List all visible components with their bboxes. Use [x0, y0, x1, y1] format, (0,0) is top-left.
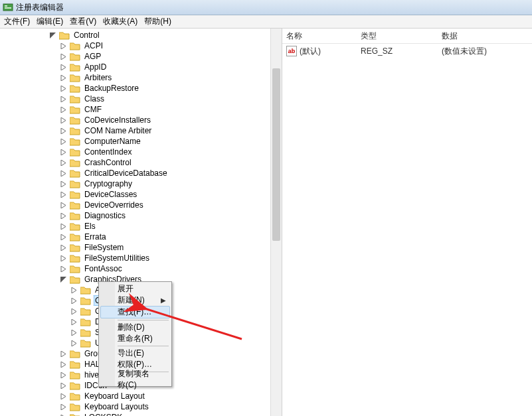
- tree-item[interactable]: FontAssoc: [0, 263, 169, 274]
- ctx-expand[interactable]: 展开: [100, 283, 170, 295]
- expand-toggle-icon[interactable]: [60, 382, 67, 389]
- tree-item[interactable]: Cryptography: [0, 178, 169, 189]
- expand-toggle-icon[interactable]: [60, 64, 67, 71]
- ctx-find[interactable]: 查找(F)…: [100, 306, 170, 318]
- expand-toggle-icon[interactable]: [60, 276, 67, 283]
- ctx-copy-key-name[interactable]: 复制项名称(C): [100, 374, 170, 385]
- expand-toggle-icon[interactable]: [60, 393, 67, 400]
- tree-item-label: CMF: [83, 105, 103, 114]
- tree-item[interactable]: Diagnostics: [0, 210, 169, 221]
- tree-item[interactable]: Els: [0, 221, 169, 232]
- expand-toggle-icon[interactable]: [70, 287, 78, 294]
- expand-toggle-icon[interactable]: [60, 149, 67, 156]
- expand-toggle-icon[interactable]: [60, 138, 67, 145]
- folder-icon: [70, 42, 80, 50]
- tree-item-label: Control: [72, 31, 101, 40]
- tree-item[interactable]: Keyboard Layout: [0, 391, 169, 401]
- expand-toggle-icon[interactable]: [70, 329, 78, 336]
- tree-item[interactable]: LOCKSDK: [0, 412, 169, 416]
- tree-item[interactable]: ComputerName: [0, 136, 169, 147]
- expand-toggle-icon[interactable]: [60, 350, 67, 358]
- expand-toggle-icon[interactable]: [60, 117, 67, 124]
- value-row[interactable]: ab (默认) REG_SZ (数值未设置): [282, 44, 532, 57]
- expand-toggle-icon[interactable]: [60, 223, 67, 230]
- tree-item-label: Errata: [83, 232, 108, 242]
- folder-icon: [70, 116, 80, 125]
- tree-item[interactable]: BackupRestore: [0, 83, 169, 94]
- tree-item[interactable]: Control: [0, 30, 169, 40]
- menu-edit[interactable]: 编辑(E): [37, 16, 63, 27]
- col-type[interactable]: 类型: [357, 31, 438, 42]
- tree-item[interactable]: CriticalDeviceDatabase: [0, 168, 169, 178]
- menu-favorites[interactable]: 收藏夹(A): [103, 16, 137, 27]
- tree-item[interactable]: COM Name Arbiter: [0, 125, 169, 136]
- tree-item[interactable]: Class: [0, 94, 169, 104]
- expand-toggle-icon[interactable]: [60, 127, 67, 135]
- folder-icon: [70, 190, 80, 199]
- expand-toggle-icon[interactable]: [60, 361, 67, 368]
- tree-item[interactable]: ACPI: [0, 40, 169, 51]
- expand-toggle-icon[interactable]: [60, 74, 67, 82]
- expand-toggle-icon[interactable]: [60, 244, 67, 251]
- expand-toggle-icon[interactable]: [70, 308, 78, 315]
- tree-item[interactable]: Errata: [0, 232, 169, 242]
- tree-item-label: Keyboard Layouts: [83, 402, 150, 411]
- expand-toggle-icon[interactable]: [60, 96, 67, 103]
- menu-file[interactable]: 文件(F): [4, 16, 30, 27]
- svg-rect-1: [5, 5, 7, 7]
- menubar: 文件(F) 编辑(E) 查看(V) 收藏夹(A) 帮助(H): [0, 15, 532, 29]
- expand-toggle-icon[interactable]: [60, 180, 67, 188]
- expand-toggle-icon[interactable]: [60, 212, 67, 220]
- scroll-thumb[interactable]: [272, 68, 280, 241]
- context-menu: 展开 新建(N)▶ 查找(F)… 删除(D) 重命名(R) 导出(E) 权限(P…: [98, 281, 172, 387]
- tree-item-label: ACPI: [83, 41, 104, 50]
- expand-toggle-icon[interactable]: [70, 318, 78, 326]
- expand-toggle-icon[interactable]: [60, 414, 67, 417]
- folder-icon: [70, 148, 80, 157]
- expand-toggle-icon[interactable]: [60, 191, 67, 198]
- tree-scrollbar[interactable]: [270, 29, 282, 416]
- tree-item[interactable]: Keyboard Layouts: [0, 401, 169, 412]
- expand-toggle-icon[interactable]: [60, 202, 67, 209]
- expand-toggle-icon[interactable]: [60, 106, 67, 113]
- ctx-new[interactable]: 新建(N)▶: [100, 295, 170, 306]
- menu-help[interactable]: 帮助(H): [144, 16, 171, 27]
- tree-item[interactable]: Arbiters: [0, 72, 169, 83]
- expand-toggle-icon[interactable]: [49, 32, 56, 39]
- tree-item[interactable]: DeviceOverrides: [0, 200, 169, 210]
- titlebar: 注册表编辑器: [0, 0, 532, 15]
- ctx-export[interactable]: 导出(E): [100, 348, 170, 359]
- expand-toggle-icon[interactable]: [60, 265, 67, 273]
- tree-item[interactable]: FileSystem: [0, 242, 169, 253]
- expand-toggle-icon[interactable]: [60, 234, 67, 241]
- tree-item[interactable]: AppID: [0, 62, 169, 72]
- tree-item[interactable]: FileSystemUtilities: [0, 253, 169, 263]
- tree-item[interactable]: CoDeviceInstallers: [0, 115, 169, 125]
- submenu-arrow-icon: ▶: [161, 297, 166, 304]
- expand-toggle-icon[interactable]: [60, 159, 67, 167]
- col-data[interactable]: 数据: [438, 31, 532, 42]
- expand-toggle-icon[interactable]: [60, 85, 67, 92]
- tree-item[interactable]: ContentIndex: [0, 147, 169, 157]
- expand-toggle-icon[interactable]: [60, 372, 67, 379]
- svg-rect-2: [5, 7, 11, 9]
- expand-toggle-icon[interactable]: [70, 297, 78, 305]
- tree-item-label: AppID: [83, 62, 108, 72]
- tree-item[interactable]: CrashControl: [0, 157, 169, 168]
- expand-toggle-icon[interactable]: [60, 403, 67, 411]
- tree-item[interactable]: DeviceClasses: [0, 189, 169, 200]
- ctx-rename[interactable]: 重命名(R): [100, 333, 170, 344]
- tree-item-label: CoDeviceInstallers: [83, 115, 152, 125]
- folder-icon: [70, 84, 80, 93]
- expand-toggle-icon[interactable]: [60, 53, 67, 60]
- tree-item[interactable]: AGP: [0, 51, 169, 62]
- menu-view[interactable]: 查看(V): [70, 16, 96, 27]
- tree-item[interactable]: CMF: [0, 104, 169, 115]
- ctx-delete-label: 删除(D): [118, 322, 145, 333]
- expand-toggle-icon[interactable]: [60, 255, 67, 262]
- expand-toggle-icon[interactable]: [60, 170, 67, 177]
- col-name[interactable]: 名称: [282, 31, 357, 42]
- expand-toggle-icon[interactable]: [60, 42, 67, 50]
- expand-toggle-icon[interactable]: [70, 340, 78, 347]
- ctx-delete[interactable]: 删除(D): [100, 322, 170, 333]
